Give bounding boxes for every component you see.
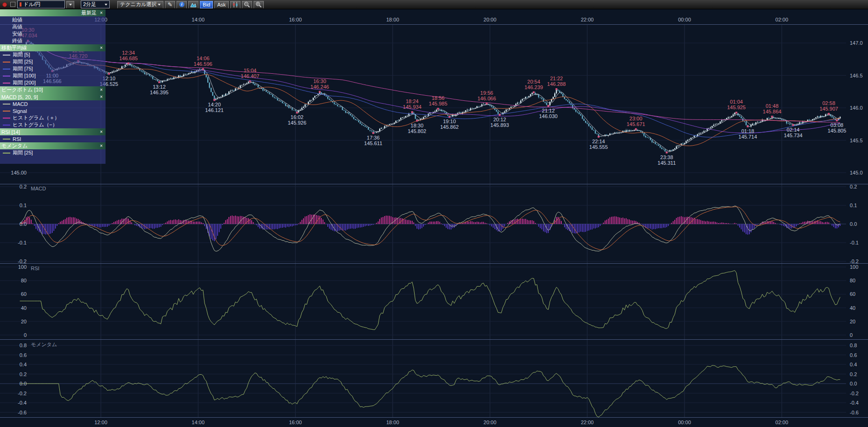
pair-select[interactable]: ドル/円	[17, 0, 65, 8]
rsi-line	[20, 271, 840, 330]
svg-text:-0.1: -0.1	[18, 240, 27, 245]
svg-text:100: 100	[18, 264, 27, 270]
svg-text:-0.4: -0.4	[18, 400, 27, 406]
svg-text:80: 80	[21, 278, 27, 283]
toolbar: ドル/円 2分足 テクニカル選択 ✎ i Bid Ask	[0, 0, 868, 9]
chart-canvas[interactable]: 10:30147.03411:00146.56611:32146.72012:1…	[0, 0, 868, 427]
svg-text:146.596: 146.596	[194, 61, 212, 67]
technical-select-button[interactable]: テクニカル選択	[117, 1, 163, 8]
draw-tool-button[interactable]: ✎	[165, 1, 175, 8]
svg-text:80: 80	[850, 278, 855, 283]
legend-row-histpos: ヒストグラム（＋）	[0, 114, 106, 121]
legend-row-high: 高値	[0, 23, 106, 30]
svg-text:19:10: 19:10	[443, 119, 456, 124]
svg-text:00:00: 00:00	[678, 420, 691, 425]
legend-momentum-header: モメンタム ×	[0, 142, 106, 149]
svg-text:145.802: 145.802	[408, 128, 426, 134]
svg-text:16:30: 16:30	[313, 78, 326, 84]
svg-text:145.926: 145.926	[288, 120, 306, 126]
svg-text:22:00: 22:00	[581, 420, 594, 425]
svg-text:14:06: 14:06	[197, 56, 210, 61]
svg-text:100: 100	[850, 264, 858, 270]
close-macd-button[interactable]: ×	[99, 94, 104, 99]
svg-text:0.0: 0.0	[850, 381, 857, 386]
svg-text:146.246: 146.246	[311, 84, 329, 90]
chevron-down-icon	[69, 4, 72, 6]
close-rsi-button[interactable]: ×	[99, 129, 104, 134]
svg-text:146.0: 146.0	[850, 105, 863, 111]
svg-text:20:54: 20:54	[527, 79, 540, 84]
zoom-in-button[interactable]	[254, 1, 264, 8]
close-ma-button[interactable]: ×	[99, 45, 104, 50]
chart-style-button[interactable]	[188, 1, 198, 8]
legend-row-momentum: 期間 [25]	[0, 149, 106, 156]
svg-text:01:18: 01:18	[741, 128, 755, 134]
pair-dropdown-button[interactable]	[66, 1, 74, 8]
svg-text:23:00: 23:00	[629, 116, 642, 121]
svg-text:20:00: 20:00	[484, 17, 497, 22]
svg-text:14:20: 14:20	[208, 102, 221, 107]
hist-neg-swatch-icon	[3, 125, 10, 126]
svg-text:21:22: 21:22	[550, 76, 563, 81]
svg-text:60: 60	[850, 291, 855, 297]
close-peakbottom-button[interactable]: ×	[99, 87, 104, 92]
svg-text:18:00: 18:00	[386, 420, 399, 425]
legend-row-low: 安値	[0, 30, 106, 37]
svg-text:60: 60	[21, 291, 27, 297]
svg-text:0.8: 0.8	[20, 343, 27, 348]
svg-text:19:56: 19:56	[480, 90, 494, 96]
svg-text:145.311: 145.311	[657, 160, 676, 166]
svg-text:18:24: 18:24	[406, 98, 419, 104]
svg-text:16:02: 16:02	[290, 114, 303, 120]
timeframe-select[interactable]: 2分足	[81, 0, 110, 8]
legend-row-ma75: 期間 [75]	[0, 65, 106, 72]
rsi-swatch-icon	[3, 139, 10, 140]
candle-chart-button[interactable]	[230, 1, 240, 8]
legend-macd-header: MACD [5, 20, 9] ×	[0, 93, 106, 100]
svg-text:146.685: 146.685	[119, 56, 138, 61]
svg-text:20:00: 20:00	[484, 420, 497, 425]
pencil-icon: ✎	[168, 1, 172, 8]
svg-text:146.066: 146.066	[478, 96, 496, 101]
bid-button[interactable]: Bid	[200, 1, 213, 8]
momentum-swatch-icon	[3, 153, 10, 154]
svg-text:145.864: 145.864	[763, 109, 782, 114]
macd-swatch-icon	[3, 104, 10, 105]
svg-text:16:00: 16:00	[289, 420, 302, 425]
svg-text:20:12: 20:12	[493, 117, 506, 122]
svg-text:17:36: 17:36	[367, 135, 380, 140]
svg-text:145.611: 145.611	[364, 140, 382, 146]
legend-row-open: 始値	[0, 16, 106, 23]
svg-text:-0.2: -0.2	[850, 391, 859, 396]
ma75-swatch-icon	[3, 69, 10, 70]
svg-text:145.805: 145.805	[828, 128, 847, 133]
svg-text:-0.1: -0.1	[850, 240, 859, 245]
indicator-legend-panel: 最新足 × 始値 高値 安値 終値 移動平均線 × 期間 [5] 期間 [25]…	[0, 9, 106, 164]
pair-icon	[20, 2, 21, 7]
svg-text:14:00: 14:00	[192, 420, 205, 425]
svg-text:14:00: 14:00	[192, 17, 205, 22]
svg-text:147.0: 147.0	[850, 40, 863, 46]
svg-text:145.862: 145.862	[440, 124, 459, 130]
svg-text:146.5: 146.5	[850, 73, 863, 78]
momentum-line	[20, 365, 840, 417]
signal-swatch-icon	[3, 111, 10, 112]
legend-row-ma25: 期間 [25]	[0, 58, 106, 65]
svg-text:02:14: 02:14	[787, 127, 800, 133]
svg-text:145.00: 145.00	[11, 170, 27, 175]
svg-text:0.4: 0.4	[850, 362, 857, 367]
legend-row-macd: MACD	[0, 100, 106, 107]
pair-value: ドル/円	[23, 1, 41, 8]
ma5-swatch-icon	[3, 55, 10, 56]
svg-text:0: 0	[850, 332, 853, 338]
svg-text:0.8: 0.8	[850, 343, 857, 348]
ask-button[interactable]: Ask	[214, 1, 228, 8]
close-latest-candle-button[interactable]: ×	[99, 10, 104, 15]
close-momentum-button[interactable]: ×	[99, 143, 104, 148]
svg-text:20: 20	[850, 319, 855, 324]
svg-text:0.0: 0.0	[20, 381, 27, 386]
svg-text:-0.2: -0.2	[18, 391, 27, 396]
svg-text:145.925: 145.925	[727, 105, 746, 110]
zoom-out-button[interactable]	[242, 1, 252, 8]
info-button[interactable]: i	[176, 1, 187, 8]
